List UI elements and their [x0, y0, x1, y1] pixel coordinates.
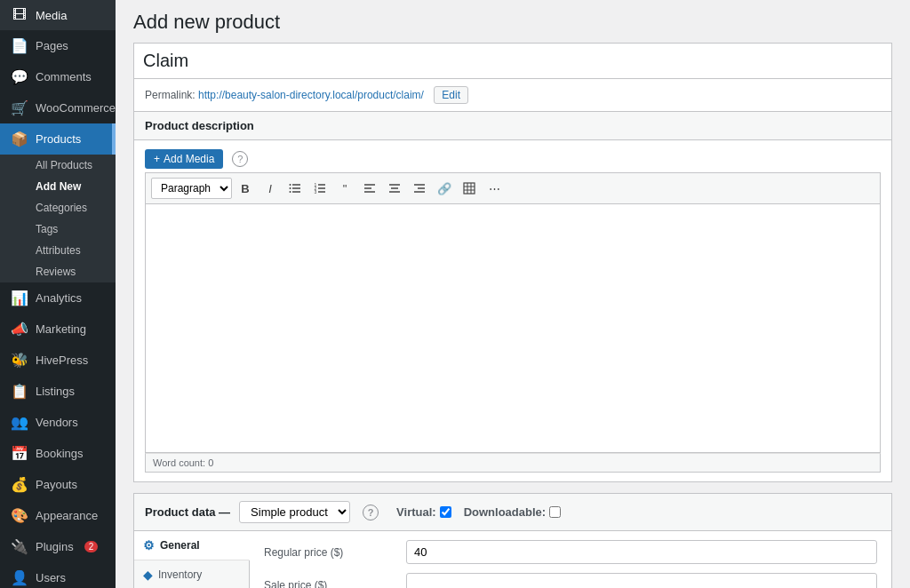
sidebar-item-plugins[interactable]: 🔌 Plugins 2	[0, 531, 116, 562]
sidebar-label-media: Media	[36, 9, 67, 22]
sale-price-row: Sale price ($)	[264, 573, 877, 588]
sidebar-item-marketing[interactable]: 📣 Marketing	[0, 314, 116, 345]
downloadable-label[interactable]: Downloadable:	[464, 505, 561, 519]
regular-price-label: Regular price ($)	[264, 546, 406, 559]
sidebar-item-users[interactable]: 👤 Users	[0, 562, 116, 588]
sidebar-item-analytics[interactable]: 📊 Analytics	[0, 282, 116, 314]
align-left-button[interactable]	[358, 177, 381, 200]
tab-general-label: General	[160, 539, 200, 552]
tab-inventory-label: Inventory	[158, 568, 202, 581]
product-data-label: Product data —	[145, 505, 230, 519]
vendors-icon: 👥	[11, 414, 28, 431]
svg-text:3: 3	[315, 189, 317, 195]
pages-icon: 📄	[11, 37, 28, 54]
svg-rect-21	[464, 183, 475, 194]
submenu-categories[interactable]: Categories	[0, 197, 116, 219]
product-data-section: Product data — Simple product ? Virtual:…	[133, 493, 892, 588]
sidebar-item-bookings[interactable]: 📅 Bookings	[0, 438, 116, 469]
sidebar-label-vendors: Vendors	[36, 416, 78, 429]
unordered-list-button[interactable]	[283, 177, 307, 200]
editor-area[interactable]	[145, 204, 881, 453]
align-right-button[interactable]	[408, 177, 431, 200]
tab-inventory[interactable]: ◆ Inventory	[134, 560, 249, 588]
product-data-tabs: ⚙ General ◆ Inventory 🔗 Linked Products	[134, 531, 250, 588]
more-button[interactable]: ⋯	[483, 177, 506, 200]
virtual-row: Virtual: Downloadable:	[396, 505, 561, 519]
sidebar-label-hivepress: HivePress	[36, 354, 88, 367]
sidebar-label-comments: Comments	[36, 70, 92, 83]
sidebar-item-media[interactable]: 🎞 Media	[0, 0, 116, 30]
sidebar-label-marketing: Marketing	[36, 322, 86, 336]
sidebar-item-vendors[interactable]: 👥 Vendors	[0, 407, 116, 438]
submenu-tags[interactable]: Tags	[0, 219, 116, 240]
regular-price-row: Regular price ($)	[264, 540, 877, 564]
analytics-icon: 📊	[11, 290, 28, 306]
products-icon: 📦	[11, 131, 28, 147]
sidebar-item-woocommerce[interactable]: 🛒 WooCommerce	[0, 92, 116, 123]
help-icon[interactable]: ?	[232, 151, 248, 167]
description-body: + Add Media ? Paragraph B I 123 "	[134, 140, 891, 481]
sidebar-label-listings: Listings	[36, 385, 75, 398]
sidebar-item-payouts[interactable]: 💰 Payouts	[0, 469, 116, 500]
downloadable-checkbox[interactable]	[549, 506, 561, 518]
ordered-list-button[interactable]: 123	[308, 177, 331, 200]
listings-icon: 📋	[11, 383, 28, 400]
svg-point-4	[290, 187, 291, 189]
sidebar-label-pages: Pages	[36, 39, 68, 52]
blockquote-button[interactable]: "	[333, 177, 356, 200]
sidebar-label-woocommerce: WooCommerce	[36, 101, 116, 115]
virtual-label[interactable]: Virtual:	[396, 505, 451, 519]
sidebar-label-appearance: Appearance	[36, 509, 98, 522]
sidebar: 🎞 Media 📄 Pages 💬 Comments 🛒 WooCommerce…	[0, 0, 116, 588]
product-data-help-icon[interactable]: ?	[363, 505, 379, 520]
submenu-reviews[interactable]: Reviews	[0, 261, 116, 282]
permalink-edit-button[interactable]: Edit	[434, 86, 468, 104]
hivepress-icon: 🐝	[11, 352, 28, 369]
sale-price-input[interactable]	[406, 573, 877, 588]
permalink-bar: Permalink: http://beauty-salon-directory…	[133, 78, 892, 111]
virtual-checkbox[interactable]	[440, 506, 451, 518]
permalink-label: Permalink:	[145, 89, 196, 101]
add-media-button[interactable]: + Add Media	[145, 149, 223, 169]
product-data-body: ⚙ General ◆ Inventory 🔗 Linked Products …	[133, 530, 892, 588]
word-count: Word count: 0	[145, 453, 881, 473]
inventory-tab-icon: ◆	[143, 568, 153, 582]
comments-icon: 💬	[11, 68, 28, 85]
page-title: Add new product	[133, 11, 892, 34]
media-icon: 🎞	[11, 7, 28, 23]
sidebar-label-analytics: Analytics	[36, 291, 82, 305]
product-title-input[interactable]	[133, 43, 892, 78]
submenu-attributes[interactable]: Attributes	[0, 240, 116, 261]
sidebar-item-appearance[interactable]: 🎨 Appearance	[0, 500, 116, 531]
sidebar-label-products: Products	[36, 132, 81, 146]
tab-general[interactable]: ⚙ General	[134, 531, 250, 560]
woocommerce-icon: 🛒	[11, 99, 28, 116]
product-type-select[interactable]: Simple product	[239, 501, 350, 523]
link-button[interactable]: 🔗	[433, 177, 456, 200]
sidebar-item-products[interactable]: 📦 Products	[0, 123, 116, 155]
align-center-button[interactable]	[383, 177, 406, 200]
paragraph-select[interactable]: Paragraph	[151, 178, 232, 199]
sale-price-label: Sale price ($)	[264, 579, 406, 589]
general-tab-icon: ⚙	[143, 538, 155, 552]
italic-button[interactable]: I	[259, 177, 282, 200]
bookings-icon: 📅	[11, 445, 28, 462]
bold-button[interactable]: B	[234, 177, 257, 200]
svg-point-3	[290, 184, 291, 186]
sidebar-label-bookings: Bookings	[36, 447, 83, 460]
table-button[interactable]	[458, 177, 481, 200]
sidebar-item-comments[interactable]: 💬 Comments	[0, 61, 116, 92]
sidebar-label-payouts: Payouts	[36, 478, 77, 491]
submenu-add-new[interactable]: Add New	[0, 176, 116, 197]
product-description-section: Product description + Add Media ? Paragr…	[133, 111, 892, 482]
plugins-badge: 2	[84, 541, 99, 552]
sidebar-item-hivepress[interactable]: 🐝 HivePress	[0, 345, 116, 376]
permalink-url[interactable]: http://beauty-salon-directory.local/prod…	[198, 89, 424, 101]
add-media-label: Add Media	[164, 153, 214, 165]
description-header: Product description	[134, 112, 891, 140]
sidebar-item-pages[interactable]: 📄 Pages	[0, 30, 116, 61]
regular-price-input[interactable]	[406, 540, 877, 564]
users-icon: 👤	[11, 569, 28, 586]
submenu-all-products[interactable]: All Products	[0, 155, 116, 176]
sidebar-item-listings[interactable]: 📋 Listings	[0, 376, 116, 407]
